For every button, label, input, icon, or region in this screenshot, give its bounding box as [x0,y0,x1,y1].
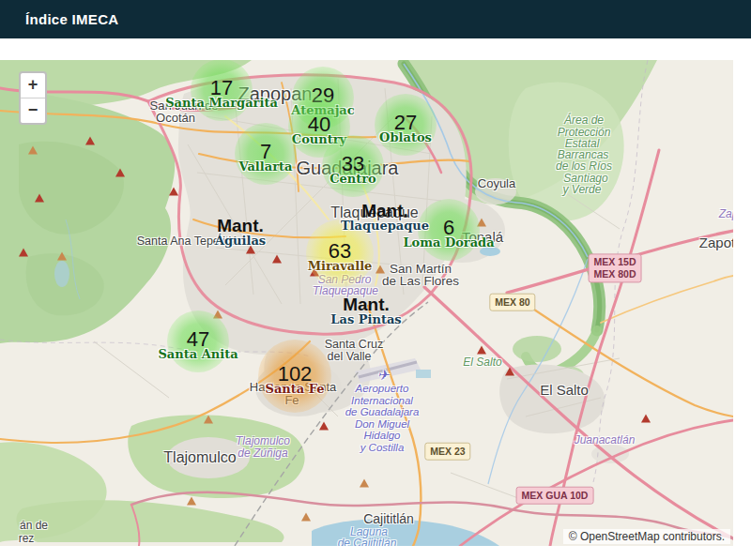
station-label: Santa Fe [265,382,324,396]
station-label: Santa Anita [158,347,238,361]
station-label: Tlaquepaque [341,219,429,233]
zoom-in-button[interactable]: + [21,73,45,98]
station-label: Vallarta [239,159,293,174]
map-attribution-link[interactable]: © OpenStreetMap contributors. [563,529,730,544]
station-label: Loma Dorada [403,235,494,250]
imeca-map[interactable]: ZapopanGuadalajaraTlaquepaqueTonaláCoyul… [0,60,733,546]
station-label: Las Pintas [330,312,401,326]
station-label: Águilas [215,234,266,248]
station-label: Santa Margarita [165,96,278,110]
station-label: Centro [330,172,376,186]
map-zoom-control: + − [19,71,47,125]
station-label: Oblatos [379,130,432,144]
page-title: Índice IMECA [25,0,118,38]
app-header: Índice IMECA [0,0,751,38]
station-label: Miravalle [308,259,373,273]
zoom-out-button[interactable]: − [21,98,45,123]
